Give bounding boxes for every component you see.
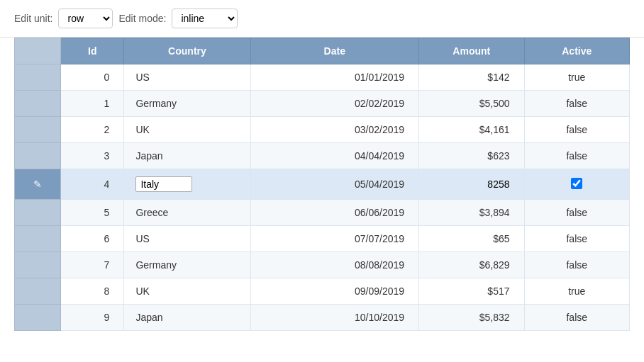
- cell-country: Japan: [124, 305, 250, 331]
- edit-icon: ✎: [33, 179, 42, 190]
- cell-amount: $4,161: [419, 117, 524, 143]
- cell-id: 3: [61, 143, 124, 169]
- cell-active: false: [524, 305, 630, 331]
- toolbar: Edit unit: row cell Edit mode: inline po…: [0, 0, 644, 38]
- cell-country: UK: [124, 117, 250, 143]
- cell-id: 8: [61, 278, 124, 305]
- cell-id: 2: [61, 117, 124, 143]
- edit-unit-select[interactable]: row cell: [58, 9, 113, 28]
- row-icon-cell: ✎: [15, 169, 61, 200]
- header-active: Active: [524, 38, 630, 64]
- header-country: Country: [124, 38, 250, 64]
- cell-amount: $5,832: [419, 305, 524, 331]
- cell-country: US: [124, 64, 250, 91]
- table-row[interactable]: 8UK09/09/2019$517true: [15, 278, 630, 305]
- cell-country: UK: [124, 278, 250, 305]
- edit-unit-label: Edit unit:: [14, 13, 52, 24]
- cell-active: false: [524, 252, 630, 278]
- cell-country[interactable]: [124, 169, 250, 200]
- cell-country: Germany: [124, 91, 250, 117]
- row-icon-cell: [15, 117, 61, 143]
- table-row[interactable]: ✎405/04/2019: [15, 169, 630, 200]
- cell-date: 04/04/2019: [250, 143, 419, 169]
- cell-id: 7: [61, 252, 124, 278]
- cell-amount: $65: [419, 226, 524, 252]
- cell-date: 09/09/2019: [250, 278, 419, 305]
- cell-date: 07/07/2019: [250, 226, 419, 252]
- cell-active: true: [524, 64, 630, 91]
- table-row[interactable]: 1Germany02/02/2019$5,500false: [15, 91, 630, 117]
- table-header-row: Id Country Date Amount Active: [15, 38, 630, 64]
- row-icon-cell: [15, 64, 61, 91]
- cell-active: false: [524, 91, 630, 117]
- cell-amount: $6,829: [419, 252, 524, 278]
- cell-id: 5: [61, 200, 124, 226]
- cell-amount: $517: [419, 278, 524, 305]
- cell-active: false: [524, 117, 630, 143]
- cell-date: 03/02/2019: [250, 117, 419, 143]
- cell-country: US: [124, 226, 250, 252]
- amount-input[interactable]: [467, 179, 510, 190]
- cell-id: 4: [61, 169, 124, 200]
- cell-date: 06/06/2019: [250, 200, 419, 226]
- cell-date: 10/10/2019: [250, 305, 419, 331]
- edit-mode-label: Edit mode:: [118, 13, 166, 24]
- cell-date: 05/04/2019: [250, 169, 419, 200]
- row-icon-cell: [15, 226, 61, 252]
- cell-country: Japan: [124, 143, 250, 169]
- row-icon-cell: [15, 305, 61, 331]
- cell-date: 02/02/2019: [250, 91, 419, 117]
- cell-active: true: [524, 278, 630, 305]
- cell-amount: $142: [419, 64, 524, 91]
- cell-active: false: [524, 143, 630, 169]
- cell-country: Greece: [124, 200, 250, 226]
- cell-date: 08/08/2019: [250, 252, 419, 278]
- edit-mode-select[interactable]: inline popup: [172, 9, 238, 28]
- row-icon-cell: [15, 143, 61, 169]
- cell-amount[interactable]: [419, 169, 524, 200]
- cell-amount: $623: [419, 143, 524, 169]
- cell-amount: $5,500: [419, 91, 524, 117]
- table-container: Id Country Date Amount Active 0US01/01/2…: [0, 38, 644, 345]
- active-checkbox[interactable]: [571, 178, 582, 189]
- table-body: 0US01/01/2019$142true1Germany02/02/2019$…: [15, 64, 630, 331]
- table-row[interactable]: 6US07/07/2019$65false: [15, 226, 630, 252]
- country-input[interactable]: [135, 176, 192, 192]
- row-icon-cell: [15, 91, 61, 117]
- row-icon-cell: [15, 200, 61, 226]
- table-row[interactable]: 0US01/01/2019$142true: [15, 64, 630, 91]
- cell-id: 9: [61, 305, 124, 331]
- table-row[interactable]: 3Japan04/04/2019$623false: [15, 143, 630, 169]
- cell-id: 0: [61, 64, 124, 91]
- header-amount: Amount: [419, 38, 524, 64]
- data-table: Id Country Date Amount Active 0US01/01/2…: [14, 38, 630, 331]
- cell-id: 1: [61, 91, 124, 117]
- header-icon-col: [15, 38, 61, 64]
- row-icon-cell: [15, 252, 61, 278]
- cell-active: false: [524, 200, 630, 226]
- row-icon-cell: [15, 278, 61, 305]
- table-row[interactable]: 5Greece06/06/2019$3,894false: [15, 200, 630, 226]
- cell-country: Germany: [124, 252, 250, 278]
- table-row[interactable]: 2UK03/02/2019$4,161false: [15, 117, 630, 143]
- cell-date: 01/01/2019: [250, 64, 419, 91]
- table-row[interactable]: 7Germany08/08/2019$6,829false: [15, 252, 630, 278]
- cell-id: 6: [61, 226, 124, 252]
- table-row[interactable]: 9Japan10/10/2019$5,832false: [15, 305, 630, 331]
- cell-active: false: [524, 226, 630, 252]
- header-id: Id: [61, 38, 124, 64]
- cell-active[interactable]: [524, 169, 630, 200]
- header-date: Date: [250, 38, 419, 64]
- cell-amount: $3,894: [419, 200, 524, 226]
